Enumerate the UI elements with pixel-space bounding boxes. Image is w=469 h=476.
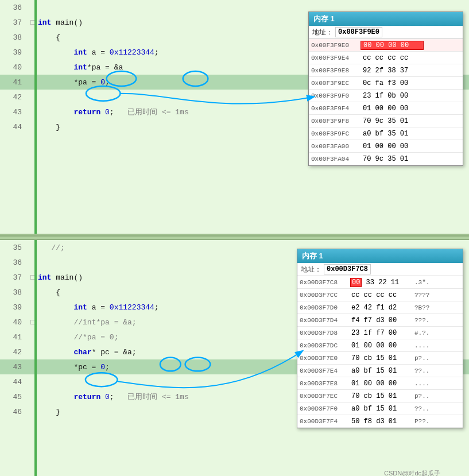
mem-addr-3-top: 0x00F3F9EC xyxy=(309,80,361,87)
memory-row-9-top: 0x00F3FA04 70 9c 35 01 xyxy=(309,153,463,165)
line-num-36: 36 xyxy=(0,3,28,12)
mem-addr-9-bottom: 0x00D3F7EC xyxy=(297,393,349,400)
mem-bytes-11-bottom: 50 f8 d3 01 xyxy=(349,417,412,425)
memory-row-6-top: 0x00F3F9F8 70 9c 35 01 xyxy=(309,115,463,127)
memory-addr-value-top[interactable]: 0x00F3F9E0 xyxy=(335,27,382,37)
mem-bytes-8-bottom: 01 00 00 00 xyxy=(349,380,412,388)
mem-addr-3-bottom: 0x00D3F7D4 xyxy=(297,317,349,324)
memory-row-9-bottom: 0x00D3F7EC 70 cb 15 01 p?.. xyxy=(297,390,463,403)
line-num-42-b: 42 xyxy=(0,348,28,357)
green-bar-top xyxy=(34,0,37,234)
line-num-37-b: 37 xyxy=(0,273,28,282)
mem-ascii-2-bottom: ?B?? xyxy=(412,304,463,311)
memory-row-0-top: 0x00F3F9E0 00 00 00 00 xyxy=(309,39,463,52)
mem-bytes-3-bottom: f4 f7 d3 00 xyxy=(349,316,412,324)
mem-bytes-8-top: 01 00 00 00 xyxy=(361,142,424,150)
mem-ascii-8-bottom: .... xyxy=(412,380,463,387)
memory-title-top: 内存 1 xyxy=(313,14,335,23)
memory-row-1-top: 0x00F3F9E4 cc cc cc cc xyxy=(309,52,463,64)
line-num-46-b: 46 xyxy=(0,408,28,416)
mem-addr-2-top: 0x00F3F9E8 xyxy=(309,67,361,74)
memory-row-3-bottom: 0x00D3F7D4 f4 f7 d3 00 ???. xyxy=(297,314,463,327)
mem-addr-7-top: 0x00F3F9FC xyxy=(309,130,361,137)
mem-addr-10-bottom: 0x00D3F7F0 xyxy=(297,405,349,412)
memory-row-2-top: 0x00F3F9E8 92 2f 38 37 xyxy=(309,64,463,77)
mem-addr-6-bottom: 0x00D3F7E0 xyxy=(297,355,349,362)
mem-ascii-10-bottom: ??.. xyxy=(412,405,463,412)
memory-address-bar-bottom: 地址： 0x00D3F7C8 xyxy=(297,263,463,276)
panel-separator xyxy=(0,235,469,240)
mem-addr-0-bottom: 0x00D3F7C8 xyxy=(297,279,349,286)
green-bar-bottom xyxy=(34,240,37,476)
memory-row-11-bottom: 0x00D3F7F4 50 f8 d3 01 P??. xyxy=(297,415,463,428)
memory-row-8-top: 0x00F3FA00 01 00 00 00 xyxy=(309,140,463,153)
mem-bytes-10-bottom: a0 bf 15 01 xyxy=(349,405,412,413)
line-num-44-b: 44 xyxy=(0,378,28,386)
mem-bytes-5-bottom: 01 00 00 00 xyxy=(349,342,412,350)
line-num-38: 38 xyxy=(0,33,28,42)
mem-bytes-1-top: cc cc cc cc xyxy=(361,54,424,62)
memory-row-10-bottom: 0x00D3F7F0 a0 bf 15 01 ??.. xyxy=(297,403,463,415)
memory-row-5-top: 0x00F3F9F4 01 00 00 00 xyxy=(309,102,463,115)
mem-addr-6-top: 0x00F3F9F8 xyxy=(309,118,361,125)
mem-addr-8-top: 0x00F3FA00 xyxy=(309,143,361,150)
line-num-43: 43 xyxy=(0,108,28,117)
memory-row-0-bottom: 0x00D3F7C8 00 33 22 11 .3". xyxy=(297,276,463,289)
line-num-45-b: 45 xyxy=(0,393,28,401)
memory-row-6-bottom: 0x00D3F7E0 70 cb 15 01 p?.. xyxy=(297,352,463,365)
memory-row-1-bottom: 0x00D3F7CC cc cc cc cc ???? xyxy=(297,289,463,301)
line-num-37: 37 xyxy=(0,18,28,27)
memory-table-bottom: 0x00D3F7C8 00 33 22 11 .3". 0x00D3F7CC c… xyxy=(297,276,463,428)
memory-addr-label-top: 地址： xyxy=(312,28,333,37)
mem-bytes-2-bottom: e2 42 f1 d2 xyxy=(349,304,412,312)
memory-titlebar-top: 内存 1 xyxy=(309,12,463,26)
mem-bytes-4-bottom: 23 1f f7 00 xyxy=(349,329,412,337)
mem-addr-1-bottom: 0x00D3F7CC xyxy=(297,292,349,299)
memory-row-7-top: 0x00F3F9FC a0 bf 35 01 xyxy=(309,127,463,140)
mem-addr-7-bottom: 0x00D3F7E4 xyxy=(297,367,349,374)
mem-bytes-1-bottom: cc cc cc cc xyxy=(349,291,412,299)
mem-bytes-7-bottom: a0 bf 15 01 xyxy=(349,367,412,375)
line-num-41-b: 41 xyxy=(0,333,28,342)
mem-bytes-2-top: 92 2f 38 37 xyxy=(361,67,424,75)
mem-addr-11-bottom: 0x00D3F7F4 xyxy=(297,418,349,425)
mem-bytes-3-top: 0c fa f3 00 xyxy=(361,79,424,87)
memory-row-7-bottom: 0x00D3F7E4 a0 bf 15 01 ??.. xyxy=(297,365,463,377)
mem-bytes-0-top: 00 00 00 00 xyxy=(361,41,424,50)
line-num-39: 39 xyxy=(0,48,28,57)
mem-ascii-0-bottom: .3". xyxy=(412,279,463,286)
mem-addr-0-top: 0x00F3F9E0 xyxy=(309,42,361,49)
mem-addr-4-bottom: 0x00D3F7D8 xyxy=(297,330,349,336)
line-num-39-b: 39 xyxy=(0,303,28,312)
memory-addr-label-bottom: 地址： xyxy=(301,265,321,274)
memory-addr-value-bottom[interactable]: 0x00D3F7C8 xyxy=(324,264,371,274)
memory-window-top: 内存 1 地址： 0x00F3F9E0 0x00F3F9E0 00 00 00 … xyxy=(308,11,463,166)
mem-ascii-7-bottom: ??.. xyxy=(412,367,463,374)
line-num-41: 41 xyxy=(0,78,28,87)
mem-bytes-0-bottom: 00 33 22 11 xyxy=(349,278,412,287)
mem-bytes-9-bottom: 70 cb 15 01 xyxy=(349,392,412,400)
memory-window-bottom: 内存 1 地址： 0x00D3F7C8 0x00D3F7C8 00 33 22 … xyxy=(297,249,463,428)
line-num-38-b: 38 xyxy=(0,288,28,297)
top-panel: 36 37 □ int main() 38 { 39 int a = 0x112… xyxy=(0,0,469,235)
mem-bytes-7-top: a0 bf 35 01 xyxy=(361,130,424,138)
memory-title-bottom: 内存 1 xyxy=(302,251,323,260)
mem-addr-8-bottom: 0x00D3F7E8 xyxy=(297,380,349,387)
mem-ascii-3-bottom: ???. xyxy=(412,317,463,324)
mem-bytes-6-bottom: 70 cb 15 01 xyxy=(349,354,412,362)
mem-addr-4-top: 0x00F3F9F0 xyxy=(309,92,361,99)
mem-bytes-5-top: 01 00 00 00 xyxy=(361,105,424,113)
line-num-35-b: 35 xyxy=(0,243,28,252)
memory-row-4-top: 0x00F3F9F0 23 1f 0b 00 xyxy=(309,90,463,102)
memory-row-3-top: 0x00F3F9EC 0c fa f3 00 xyxy=(309,77,463,90)
mem-addr-1-top: 0x00F3F9E4 xyxy=(309,55,361,61)
mem-addr-9-top: 0x00F3FA04 xyxy=(309,156,361,162)
mem-bytes-9-top: 70 9c 35 01 xyxy=(361,155,424,163)
mem-addr-2-bottom: 0x00D3F7D0 xyxy=(297,304,349,311)
line-num-42: 42 xyxy=(0,93,28,102)
mem-addr-5-bottom: 0x00D3F7DC xyxy=(297,342,349,349)
line-num-40-b: 40 xyxy=(0,318,28,327)
mem-ascii-11-bottom: P??. xyxy=(412,418,463,425)
mem-bytes-6-top: 70 9c 35 01 xyxy=(361,117,424,125)
memory-address-bar-top: 地址： 0x00F3F9E0 xyxy=(309,26,463,39)
